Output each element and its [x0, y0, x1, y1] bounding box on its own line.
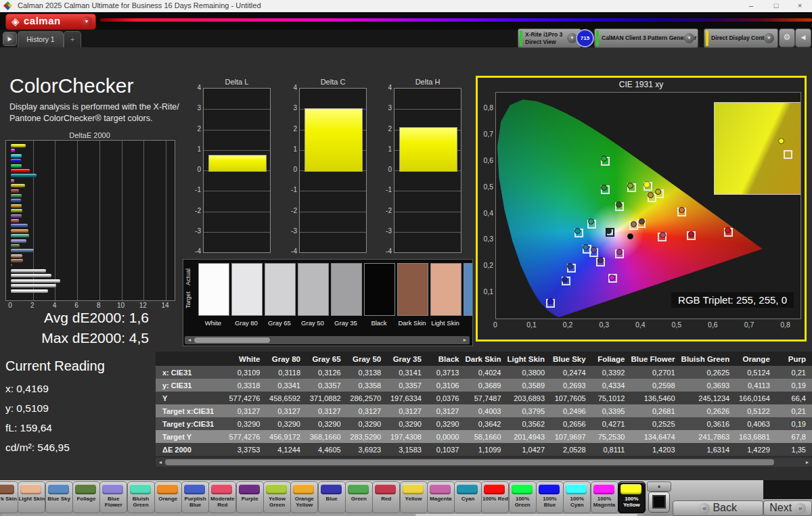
table-scroll-thumb[interactable]	[165, 459, 774, 465]
meter-device-dropdown[interactable]: X-Rite i1Pro 3Direct View ▼	[518, 28, 581, 48]
delta-gridline	[394, 109, 461, 110]
delta-gridline	[204, 130, 270, 131]
tab-add-button[interactable]: +	[64, 31, 81, 47]
close-button[interactable]: ×	[790, 0, 810, 11]
table-scrollbar[interactable]: ◄ ►	[156, 458, 812, 467]
back-button[interactable]: « Back	[673, 500, 763, 516]
patch-button-blue-sky[interactable]: Blue Sky	[45, 482, 73, 513]
pattern-status-stripe	[596, 30, 599, 46]
row-label: Y	[156, 392, 226, 404]
table-cell: 368,1660	[307, 430, 347, 443]
patch-button-100-cyan[interactable]: 100% Cyan	[563, 482, 591, 513]
patch-button-orange-yellow[interactable]: Orange Yellow	[290, 482, 318, 513]
deltae-bar	[11, 184, 25, 187]
patch-button-orange[interactable]: Orange	[154, 482, 182, 513]
deltae-bar	[11, 259, 23, 262]
table-cell: 3,6923	[347, 443, 388, 456]
swatch-strip-scrollbar[interactable]: ◄►	[185, 336, 470, 344]
table-cell: 197,4308	[387, 430, 428, 443]
delta-gridline	[394, 212, 461, 212]
table-cell: 136,5460	[631, 392, 681, 404]
scroll-left-icon[interactable]: ◄	[185, 336, 194, 344]
maximize-button[interactable]: □	[766, 0, 786, 11]
display-control-dropdown[interactable]: Direct Display Control ▼	[704, 28, 778, 48]
column-header: Bluish Green	[681, 352, 736, 366]
table-cell: 0,3290	[266, 417, 307, 430]
table-cell: 0,1037	[428, 443, 466, 456]
delta-axis-tick: 3	[382, 104, 392, 112]
minimize-button[interactable]: –	[741, 0, 761, 11]
pattern-window-button[interactable]	[648, 492, 670, 513]
patch-button-foliage[interactable]: Foliage	[72, 482, 100, 513]
measurement-data-table: WhiteGray 80Gray 65Gray 50Gray 35BlackDa…	[156, 352, 812, 456]
delta-bar	[304, 108, 363, 172]
patch-button-moderate-red[interactable]: Moderate Red	[208, 482, 236, 513]
calman-diamond-icon: ◈	[12, 16, 20, 28]
tab-history-1[interactable]: History 1	[18, 31, 64, 47]
calman-menu-button[interactable]: ◈ calman ▼	[5, 14, 96, 30]
deltae-gridline	[166, 141, 166, 300]
patch-button-blue[interactable]: Blue	[318, 482, 346, 513]
settings-gear-button[interactable]: ⚙	[779, 28, 795, 47]
patch-button-100-blue[interactable]: 100% Blue	[536, 482, 564, 513]
patch-button-dark-skin[interactable]: Dark Skin	[0, 482, 18, 513]
patch-button-green[interactable]: Green	[345, 482, 373, 513]
scroll-right-icon[interactable]: ►	[461, 336, 469, 344]
delta-gridline	[204, 212, 270, 212]
patch-button-purple[interactable]: Purple	[236, 482, 264, 513]
patch-button-cyan[interactable]: Cyan	[454, 482, 482, 513]
deltae-bar	[11, 219, 19, 222]
patch-button-yellow[interactable]: Yellow	[400, 482, 428, 513]
swatch-label: Light Skin	[428, 319, 463, 327]
table-cell: 0,3795	[508, 404, 551, 417]
table-cell: 0,3642	[465, 417, 507, 430]
swatch-scroll-thumb[interactable]	[194, 337, 270, 343]
tab-bar: ▶ History 1 + X-Rite i1Pro 3Direct View …	[0, 30, 812, 47]
cie-x-tick: 0,4	[631, 321, 649, 329]
scroll-left-icon[interactable]: ◄	[156, 459, 164, 467]
workflow-nav-button[interactable]: ▶	[3, 32, 17, 46]
patch-button-blue-flower[interactable]: Blue Flower	[99, 482, 127, 513]
expand-panel-button[interactable]: ▲	[647, 482, 671, 492]
table-cell: 0,3290	[428, 417, 466, 430]
patch-button-label: 100% Red	[482, 496, 508, 502]
cie-point-blue	[562, 277, 568, 283]
pattern-generator-dropdown[interactable]: CalMAN Client 3 Pattern Generator ▼	[594, 28, 698, 48]
table-cell: 0,3693	[681, 379, 736, 392]
table-cell: 0,2625	[681, 366, 736, 379]
chevron-down-icon[interactable]: ▼	[764, 33, 774, 43]
scroll-right-icon[interactable]: ►	[803, 459, 811, 467]
delta-axis-tick: 1	[288, 145, 297, 153]
patch-button-purplish-blue[interactable]: Purplish Blue	[181, 482, 209, 513]
patch-button-100-red[interactable]: 100% Red	[481, 482, 509, 513]
patch-swatch	[130, 484, 151, 494]
delta-axis-tick: 0	[288, 166, 297, 173]
patch-button-yellow-green[interactable]: Yellow Green	[263, 482, 291, 513]
table-cell: 0,0000	[428, 430, 466, 443]
table-cell: 0,3318	[226, 379, 267, 392]
patch-button-red[interactable]: Red	[372, 482, 400, 513]
patch-button-light-skin[interactable]: Light Skin	[18, 482, 45, 513]
chevron-down-icon[interactable]: ▼	[684, 33, 694, 43]
table-cell: 0,3713	[428, 366, 466, 379]
collapse-panel-button[interactable]: ◀	[795, 28, 811, 47]
cie-x-tick: 0,3	[595, 321, 613, 329]
delta-axis-tick: -2	[191, 207, 201, 214]
patch-button-bluish-green[interactable]: Bluish Green	[127, 482, 155, 513]
row-label: Target y:CIE31	[156, 417, 226, 430]
table-cell: 0,3127	[266, 404, 307, 417]
patch-button-100-magenta[interactable]: 100% Magenta	[591, 482, 618, 513]
calman-menu-dropdown-icon[interactable]: ▼	[81, 16, 92, 27]
patch-button-label: Red	[373, 496, 399, 502]
next-button[interactable]: Next »	[763, 500, 812, 516]
patch-button-100-green[interactable]: 100% Green	[509, 482, 537, 513]
deltae-bar	[11, 289, 48, 293]
patch-button-label: Dark Skin	[0, 496, 18, 502]
patch-row-scrollbar[interactable]	[1, 513, 643, 516]
patch-button-100-yellow[interactable]: 100% Yellow	[618, 482, 646, 513]
bottom-toolbar: Dark SkinLight SkinBlue SkyFoliageBlue F…	[0, 480, 812, 516]
table-row: x: CIE310,31090,31180,31260,31380,31410,…	[156, 366, 812, 379]
patch-button-magenta[interactable]: Magenta	[427, 482, 455, 513]
cie-y-tick: 0,7	[478, 130, 493, 138]
deltae-axis-tick: 8	[92, 302, 106, 309]
